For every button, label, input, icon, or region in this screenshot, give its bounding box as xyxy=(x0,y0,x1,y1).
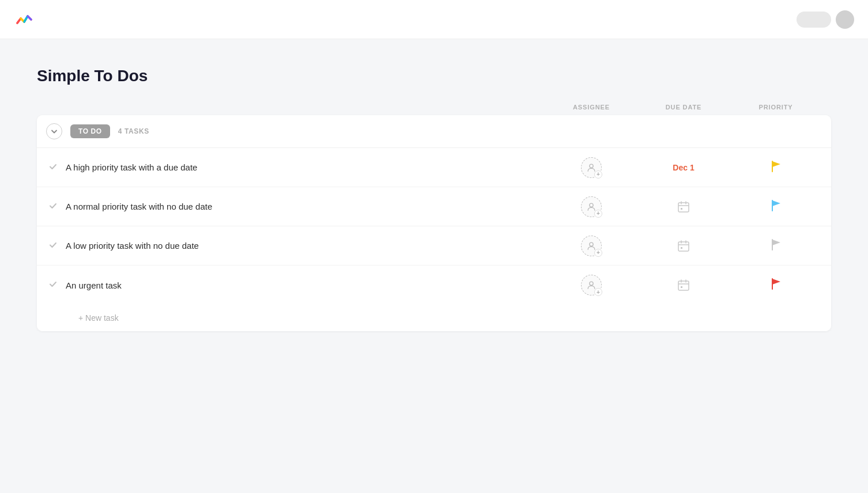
new-task-button[interactable]: + New task xyxy=(78,313,119,323)
assignee-avatar[interactable]: + xyxy=(581,196,602,217)
main-content: Simple To Dos ASSIGNEE DUE DATE PRIORITY… xyxy=(0,39,868,359)
priority-cell[interactable] xyxy=(730,238,822,253)
calendar-icon xyxy=(675,238,692,254)
page-title: Simple To Dos xyxy=(37,67,831,85)
task-name: An urgent task xyxy=(66,280,122,290)
task-list: A high priority task with a due date + D… xyxy=(37,148,831,305)
col-header-assignee: ASSIGNEE xyxy=(545,104,637,111)
svg-rect-6 xyxy=(681,247,682,249)
task-left: A high priority task with a due date xyxy=(46,162,545,173)
assignee-cell: + xyxy=(545,157,637,178)
topbar xyxy=(0,0,868,39)
todo-section: TO DO 4 TASKS A high priority task with … xyxy=(37,115,831,331)
svg-rect-8 xyxy=(678,281,689,290)
assignee-avatar[interactable]: + xyxy=(581,236,602,256)
add-assignee-icon: + xyxy=(594,288,602,296)
svg-point-0 xyxy=(590,164,593,168)
task-left: An urgent task xyxy=(46,279,545,291)
topbar-right xyxy=(797,10,854,29)
table-header: ASSIGNEE DUE DATE PRIORITY xyxy=(37,104,831,115)
logo xyxy=(14,8,35,31)
task-row: A high priority task with a due date + D… xyxy=(37,148,831,187)
task-left: A normal priority task with no due date xyxy=(46,201,545,213)
task-row: A normal priority task with no due date … xyxy=(37,187,831,226)
calendar-icon xyxy=(675,277,692,293)
svg-point-7 xyxy=(590,282,593,285)
due-date-cell[interactable] xyxy=(637,277,730,293)
assignee-cell: + xyxy=(545,236,637,256)
due-date-text: Dec 1 xyxy=(673,163,694,172)
svg-rect-9 xyxy=(681,286,682,288)
svg-rect-3 xyxy=(681,208,682,210)
priority-cell[interactable] xyxy=(730,278,822,293)
check-icon[interactable] xyxy=(48,201,58,213)
task-name: A normal priority task with no due date xyxy=(66,202,212,211)
task-left: A low priority task with no due date xyxy=(46,240,545,252)
priority-flag-icon xyxy=(770,278,782,293)
task-count: 4 TASKS xyxy=(118,127,149,135)
col-header-priority: PRIORITY xyxy=(730,104,822,111)
due-date-cell[interactable]: Dec 1 xyxy=(637,163,730,172)
topbar-avatar[interactable] xyxy=(836,10,854,29)
check-icon[interactable] xyxy=(48,279,58,291)
status-badge: TO DO xyxy=(70,124,110,138)
add-assignee-icon: + xyxy=(594,210,602,218)
priority-cell[interactable] xyxy=(730,160,822,175)
assignee-avatar[interactable]: + xyxy=(581,275,602,295)
task-row: An urgent task + xyxy=(37,266,831,305)
priority-flag-icon xyxy=(770,199,782,214)
priority-flag-icon xyxy=(770,238,782,253)
add-assignee-icon: + xyxy=(594,170,602,179)
assignee-avatar[interactable]: + xyxy=(581,157,602,178)
priority-cell[interactable] xyxy=(730,199,822,214)
assignee-cell: + xyxy=(545,196,637,217)
col-header-due-date: DUE DATE xyxy=(637,104,730,111)
svg-rect-5 xyxy=(678,242,689,251)
task-name: A low priority task with no due date xyxy=(66,241,199,251)
svg-point-1 xyxy=(590,203,593,207)
check-icon[interactable] xyxy=(48,240,58,252)
topbar-pill[interactable] xyxy=(797,12,831,28)
collapse-button[interactable] xyxy=(46,123,62,139)
add-assignee-icon: + xyxy=(594,249,602,257)
check-icon[interactable] xyxy=(48,162,58,173)
task-name: A high priority task with a due date xyxy=(66,162,197,172)
new-task-row: + New task xyxy=(37,305,831,331)
svg-point-4 xyxy=(590,242,593,246)
calendar-icon xyxy=(675,199,692,215)
due-date-cell[interactable] xyxy=(637,238,730,254)
assignee-cell: + xyxy=(545,275,637,295)
priority-flag-icon xyxy=(770,160,782,175)
svg-rect-2 xyxy=(678,203,689,212)
task-row: A low priority task with no due date + xyxy=(37,226,831,266)
due-date-cell[interactable] xyxy=(637,199,730,215)
section-header: TO DO 4 TASKS xyxy=(37,115,831,148)
